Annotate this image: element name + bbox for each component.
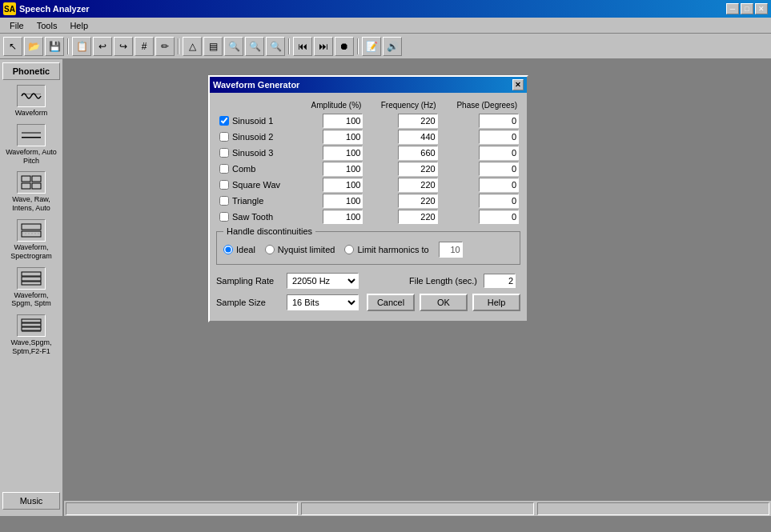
row-checkbox-5[interactable]: [219, 196, 229, 206]
phase-input-2[interactable]: [479, 146, 519, 160]
toolbar-text[interactable]: 📝: [362, 37, 381, 56]
toolbar-zoom2[interactable]: 🔍: [245, 37, 264, 56]
sidebar-label-spgm: Waveform, Spgm, Sptm: [6, 291, 57, 309]
phase-input-4[interactable]: [479, 178, 519, 192]
toolbar-zoom1[interactable]: 🔍: [224, 37, 243, 56]
frequency-input-0[interactable]: [398, 114, 438, 128]
ok-button[interactable]: OK: [420, 294, 468, 311]
help-button[interactable]: Help: [472, 294, 520, 311]
maximize-button[interactable]: □: [741, 3, 753, 14]
row-checkbox-6[interactable]: [219, 212, 229, 222]
phase-input-5[interactable]: [479, 194, 519, 208]
amplitude-input-1[interactable]: [323, 130, 363, 144]
sampling-rate-select[interactable]: 22050 Hz 44100 Hz 11025 Hz 8000 Hz: [287, 273, 359, 289]
radio-ideal[interactable]: [223, 245, 233, 254]
menu-tools[interactable]: Tools: [30, 19, 64, 32]
row-name-cell-3: Comb: [216, 161, 296, 177]
toolbar-save[interactable]: 💾: [45, 37, 64, 56]
row-checkbox-1[interactable]: [219, 132, 229, 142]
status-bar: [64, 500, 771, 516]
svg-rect-3: [22, 176, 30, 182]
row-frequency-cell-5: [364, 193, 439, 209]
toolbar-edit[interactable]: ✏: [155, 37, 175, 56]
row-frequency-cell-3: [364, 161, 439, 177]
phase-input-6[interactable]: [479, 210, 519, 224]
limit-harmonics-input[interactable]: [439, 242, 463, 258]
toolbar-spectr[interactable]: ▤: [203, 37, 223, 56]
svg-rect-7: [22, 224, 41, 230]
radio-limit[interactable]: [344, 245, 354, 254]
sample-size-label: Sample Size: [216, 298, 280, 307]
amplitude-input-3[interactable]: [323, 162, 363, 176]
frequency-input-3[interactable]: [398, 162, 438, 176]
menu-help[interactable]: Help: [63, 19, 94, 32]
toolbar-arrow[interactable]: ↖: [3, 37, 22, 56]
toolbar-next[interactable]: ⏭: [314, 37, 333, 56]
content-area: Waveform Generator ✕ Amplitude (%) Frequ…: [64, 59, 771, 516]
row-amplitude-cell-6: [296, 209, 365, 225]
amplitude-input-0[interactable]: [323, 114, 363, 128]
row-checkbox-4[interactable]: [219, 180, 229, 190]
row-checkbox-2[interactable]: [219, 148, 229, 158]
row-checkbox-0[interactable]: [219, 116, 229, 126]
sidebar-item-spectrogram[interactable]: Waveform, Spectrogram: [6, 219, 57, 261]
sidebar-item-wavespgm[interactable]: Wave,Spgm, Sptm,F2-F1: [6, 314, 57, 356]
frequency-input-6[interactable]: [398, 210, 438, 224]
phonetic-tab[interactable]: Phonetic: [2, 62, 60, 80]
svg-rect-8: [22, 231, 41, 237]
amplitude-input-5[interactable]: [323, 194, 363, 208]
toolbar-undo[interactable]: ↩: [93, 37, 112, 56]
toolbar-redo[interactable]: ↪: [114, 37, 133, 56]
frequency-input-2[interactable]: [398, 146, 438, 160]
toolbar-clipboard[interactable]: 📋: [72, 37, 91, 56]
frequency-input-1[interactable]: [398, 130, 438, 144]
toolbar-record[interactable]: ⏺: [335, 37, 354, 56]
minimize-button[interactable]: ─: [726, 3, 739, 14]
cancel-button[interactable]: Cancel: [367, 294, 415, 311]
toolbar-prev[interactable]: ⏮: [293, 37, 312, 56]
table-row: Sinusoid 2: [216, 129, 520, 145]
amplitude-input-2[interactable]: [323, 146, 363, 160]
sample-size-select[interactable]: 16 Bits 8 Bits: [287, 294, 359, 310]
toolbar-graph[interactable]: △: [183, 37, 202, 56]
close-button[interactable]: ✕: [755, 3, 768, 14]
file-length-input[interactable]: [484, 274, 516, 288]
toolbar-audio[interactable]: 🔊: [383, 37, 402, 56]
dialog-overlay: Waveform Generator ✕ Amplitude (%) Frequ…: [208, 75, 528, 322]
radio-ideal-option[interactable]: Ideal: [223, 245, 255, 254]
music-tab[interactable]: Music: [2, 492, 60, 510]
radio-nyquist-option[interactable]: Nyquist limited: [265, 245, 335, 254]
sidebar-item-rawintens[interactable]: Wave, Raw, Intens, Auto: [6, 171, 57, 213]
sidebar-item-spgm[interactable]: Waveform, Spgm, Sptm: [6, 267, 57, 309]
title-bar-buttons: ─ □ ✕: [726, 3, 768, 14]
dialog-close-button[interactable]: ✕: [512, 79, 524, 90]
toolbar-hash[interactable]: #: [135, 37, 154, 56]
col-frequency-header: Frequency (Hz): [364, 99, 439, 113]
sampling-rate-row: Sampling Rate 22050 Hz 44100 Hz 11025 Hz…: [216, 273, 520, 289]
waveform-table: Amplitude (%) Frequency (Hz) Phase (Degr…: [216, 99, 520, 225]
frequency-input-4[interactable]: [398, 178, 438, 192]
toolbar-sep1: [67, 38, 69, 54]
radio-nyquist[interactable]: [265, 245, 275, 254]
row-name-cell-2: Sinusoid 3: [216, 145, 296, 161]
phase-input-0[interactable]: [479, 114, 519, 128]
sidebar: Phonetic Waveform Waveform, Auto Pitch: [0, 59, 64, 516]
row-label-3: Comb: [232, 164, 255, 174]
radio-limit-option[interactable]: Limit harmonics to: [344, 245, 428, 254]
sidebar-item-autopitch[interactable]: Waveform, Auto Pitch: [6, 124, 57, 166]
row-checkbox-3[interactable]: [219, 164, 229, 174]
amplitude-input-6[interactable]: [323, 210, 363, 224]
frequency-input-5[interactable]: [398, 194, 438, 208]
phase-input-3[interactable]: [479, 162, 519, 176]
menu-file[interactable]: File: [3, 19, 30, 32]
bottom-controls: Sampling Rate 22050 Hz 44100 Hz 11025 Hz…: [216, 270, 520, 314]
sidebar-item-waveform[interactable]: Waveform: [6, 85, 57, 118]
toolbar-zoom3[interactable]: 🔍: [266, 37, 285, 56]
app-icon: SA: [3, 2, 16, 15]
dialog-title-text: Waveform Generator: [213, 80, 299, 90]
amplitude-input-4[interactable]: [323, 178, 363, 192]
col-amplitude-header: Amplitude (%): [296, 99, 365, 113]
phase-input-1[interactable]: [479, 130, 519, 144]
toolbar-open[interactable]: 📂: [24, 37, 43, 56]
row-phase-cell-6: [440, 209, 520, 225]
